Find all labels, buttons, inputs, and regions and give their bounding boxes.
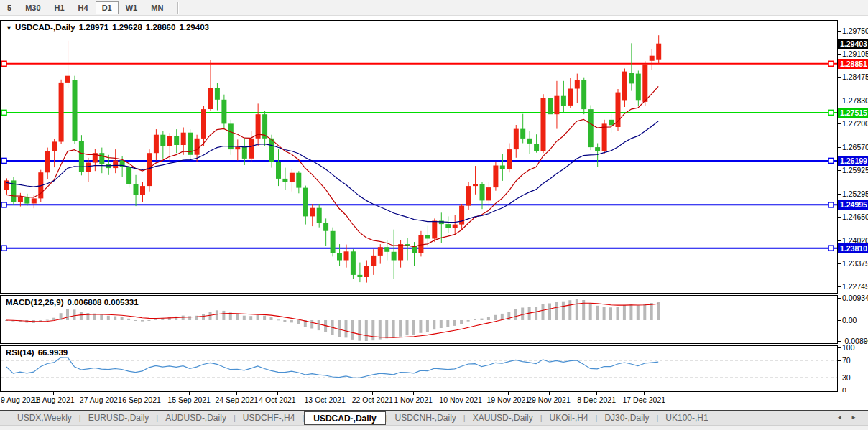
- candle-body: [282, 179, 287, 182]
- candle-body: [45, 151, 50, 173]
- scroll-tabs-right-icon[interactable]: ►: [851, 414, 857, 421]
- timeframe-button-h4[interactable]: H4: [72, 1, 95, 14]
- macd-histogram-bar: [100, 314, 103, 320]
- price-badge: 1.24995: [838, 200, 868, 210]
- level-line-left-handle[interactable]: [1, 202, 6, 207]
- chart-tab-eurusd-daily[interactable]: EURUSD-,Daily: [81, 412, 157, 424]
- rsi-indicator-panel[interactable]: RSI(14)66.9939: [0, 345, 838, 392]
- chart-tab-usdchf-h4[interactable]: USDCHF-,H4: [236, 412, 303, 424]
- scroll-tabs-left-icon[interactable]: ◄: [836, 414, 842, 421]
- candle-body: [398, 244, 403, 260]
- candle-body: [514, 129, 519, 150]
- macd-histogram-bar: [168, 317, 171, 320]
- macd-histogram-bar: [609, 307, 612, 320]
- price-tick-label: 1.29750: [842, 27, 868, 35]
- level-line-right-handle[interactable]: [828, 202, 834, 207]
- date-tick-mark: [189, 392, 190, 395]
- macd-canvas[interactable]: [1, 296, 837, 343]
- date-label: 22 Oct 2021: [352, 396, 393, 404]
- macd-histogram-bar: [385, 320, 388, 338]
- candle-body: [548, 98, 553, 114]
- candle-body: [290, 173, 295, 182]
- price-tick-mark: [838, 240, 841, 241]
- rsi-tick-mark: [838, 391, 841, 391]
- macd-histogram-bar: [134, 320, 137, 321]
- timeframe-button-w1[interactable]: W1: [119, 1, 144, 14]
- macd-histogram-bar: [623, 305, 626, 320]
- timeframe-button-h1[interactable]: H1: [48, 1, 71, 14]
- candle-body: [65, 76, 70, 83]
- price-axis[interactable]: 1.297501.291051.284751.278301.272001.265…: [838, 20, 868, 392]
- chart-tab-bar: USDX,Weekly|EURUSD-,Daily|AUDUSD-,Daily|…: [0, 410, 868, 425]
- level-line-right-handle[interactable]: [828, 158, 834, 163]
- macd-histogram-bar: [555, 302, 558, 320]
- date-label: 17 Dec 2021: [623, 396, 666, 404]
- timeframe-button-mn[interactable]: MN: [144, 1, 170, 14]
- macd-histogram-bar: [637, 305, 640, 320]
- candle-body: [581, 80, 586, 109]
- price-tick-mark: [838, 54, 841, 55]
- candle-body: [568, 89, 573, 106]
- level-line-right-handle[interactable]: [828, 61, 834, 66]
- chart-tab-ukoil-h4[interactable]: UKOil-,H4: [542, 412, 596, 424]
- macd-histogram-bar: [617, 307, 619, 320]
- level-line-right-handle[interactable]: [828, 110, 834, 115]
- candle-body: [466, 186, 471, 206]
- level-line-right-handle[interactable]: [828, 246, 834, 251]
- macd-histogram-bar: [535, 307, 537, 321]
- macd-histogram-bar: [345, 320, 348, 337]
- chart-tab-audusd-daily[interactable]: AUDUSD-,Daily: [158, 412, 234, 424]
- macd-histogram-bar: [576, 299, 578, 320]
- macd-histogram-bar: [643, 304, 646, 320]
- date-axis[interactable]: 9 Aug 202118 Aug 202127 Aug 20216 Sep 20…: [0, 392, 868, 410]
- level-line-left-handle[interactable]: [1, 110, 6, 115]
- level-line-left-handle[interactable]: [1, 61, 6, 66]
- candle-body: [134, 184, 139, 195]
- chart-tab-usdcad-daily[interactable]: USDCAD-,Daily: [304, 411, 385, 425]
- level-line-left-handle[interactable]: [1, 158, 6, 163]
- candle-body: [195, 139, 200, 155]
- timeframe-button-m30[interactable]: M30: [19, 1, 47, 14]
- price-chart-panel[interactable]: ▼USDCAD-,Daily1.289711.296281.288601.294…: [0, 20, 838, 294]
- chart-tab-xauusd-daily[interactable]: XAUUSD-,Daily: [466, 412, 540, 424]
- chart-tab-usdx-weekly[interactable]: USDX,Weekly: [10, 412, 79, 424]
- candle-body: [147, 153, 152, 186]
- candle-body: [473, 184, 478, 186]
- macd-histogram-bar: [596, 306, 599, 320]
- macd-histogram-bar: [147, 320, 150, 321]
- macd-histogram-bar: [270, 317, 273, 320]
- date-label: 1 Nov 2021: [394, 396, 433, 404]
- candle-body: [344, 251, 349, 260]
- date-tick-mark: [101, 392, 101, 395]
- macd-histogram-bar: [399, 320, 402, 337]
- candle-body: [32, 198, 37, 203]
- candle-body: [609, 120, 614, 126]
- macd-histogram-bar: [202, 314, 205, 320]
- timeframe-button-5[interactable]: 5: [1, 1, 18, 14]
- macd-histogram-bar: [249, 316, 252, 320]
- timeframe-button-d1[interactable]: D1: [96, 1, 119, 14]
- macd-histogram-bar: [657, 302, 660, 320]
- date-tick-mark: [6, 392, 6, 395]
- chart-tab-usdcnh-daily[interactable]: USDCNH-,Daily: [388, 412, 463, 424]
- level-line-left-handle[interactable]: [1, 246, 6, 251]
- candle-body: [622, 72, 627, 101]
- macd-histogram-bar: [433, 320, 435, 329]
- date-tick-mark: [53, 392, 54, 395]
- price-tick-mark: [838, 194, 841, 195]
- candlestick-chart-canvas[interactable]: [1, 21, 837, 293]
- macd-histogram-bar: [46, 320, 49, 321]
- price-tick-mark: [838, 77, 841, 78]
- macd-histogram-bar: [297, 320, 300, 324]
- date-tick-mark: [277, 392, 278, 395]
- macd-histogram-bar: [351, 320, 354, 340]
- chart-tab-dj30-daily[interactable]: DJ30-,Daily: [597, 412, 656, 424]
- chart-tab-uk100-h1[interactable]: UK100-,H1: [658, 412, 715, 424]
- macd-histogram-bar: [263, 316, 266, 320]
- macd-histogram-bar: [290, 320, 293, 322]
- price-tick-mark: [838, 217, 841, 218]
- macd-indicator-panel[interactable]: MACD(12,26,9)0.006808 0.005331: [0, 295, 838, 344]
- rsi-canvas[interactable]: [1, 346, 837, 391]
- trading-terminal-window: 5M30H1H4D1W1MN ▼USDCAD-,Daily1.289711.29…: [0, 0, 868, 430]
- macd-histogram-bar: [86, 313, 89, 320]
